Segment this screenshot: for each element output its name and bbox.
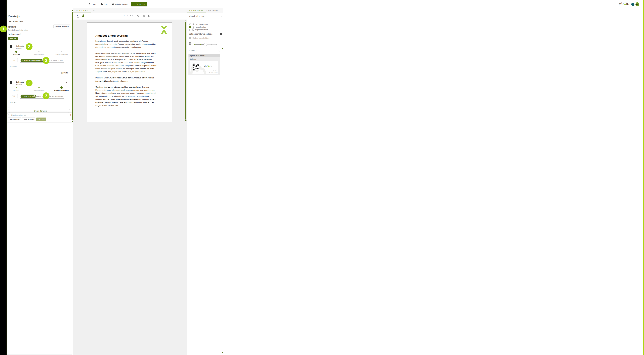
signature-placeholder-preview[interactable]: MO IS EU 2 Emil Extern (190, 61, 218, 74)
change-template-button[interactable]: Change template (54, 24, 70, 28)
to-field-label[interactable]: TO: (10, 94, 18, 98)
tab-label: ANGEBOT.PDF (76, 10, 88, 12)
drag-handle-icon[interactable] (10, 81, 12, 84)
close-icon[interactable]: ✕ (66, 82, 68, 83)
private-checkbox[interactable] (60, 72, 62, 74)
close-tab-icon[interactable]: ✕ (90, 10, 91, 12)
annotation-frame: Home Jobs Administration + Create Job po… (6, 0, 224, 123)
recipient-chip[interactable]: Emil Extern ✕ (20, 94, 36, 98)
previous-page-icon[interactable]: ‹ (122, 14, 122, 17)
embed-placeholders-label: Embed placeholders (192, 37, 210, 39)
option-no-visualization: No visualization (190, 23, 208, 26)
step-label-approval[interactable]: Approval (8, 53, 24, 55)
pan-hand-icon[interactable] (82, 14, 84, 18)
right-tabbar: PLACEHOLDERS FORM FIELDS (187, 8, 223, 13)
info-icon[interactable]: i (220, 33, 222, 35)
slider-stop[interactable] (211, 44, 212, 45)
option-signature-sheet: Signature sheet (190, 28, 208, 31)
paragraph: Lorem ipsum dolor sit amet, consectetuer… (96, 40, 157, 49)
save-template-button[interactable]: Save template (22, 118, 35, 121)
chevron-up-icon[interactable] (218, 50, 220, 52)
nav-jobs[interactable]: Jobs (101, 3, 108, 6)
no-visualization-checkbox[interactable] (190, 24, 191, 26)
grid-icon[interactable] (189, 42, 191, 45)
tab-placeholders[interactable]: PLACEHOLDERS (189, 10, 203, 12)
paragraph: Phasellus viverra nulla ut metus varius … (96, 76, 157, 82)
nav-jobs-label: Jobs (104, 3, 108, 5)
slider-stop[interactable] (194, 44, 195, 45)
svg-text:2: 2 (216, 70, 216, 71)
visualization-label: Visualization (196, 26, 206, 28)
page-dropdown-icon[interactable] (130, 15, 131, 16)
nav-administration-label: Administration (115, 3, 128, 5)
person-icon (22, 59, 23, 62)
visualization-checkbox[interactable]: ✓ (190, 26, 191, 28)
add-document-tab-button[interactable]: + (93, 9, 94, 12)
next-page-icon[interactable]: › (132, 14, 133, 17)
page-indicator[interactable]: 1 / 1 (124, 14, 128, 17)
pdf-page[interactable]: Angebot Energievertrag Lorem ipsum dolor… (87, 22, 172, 122)
signer-name-label: Emil Extern (210, 72, 218, 73)
step-dot-simple[interactable] (38, 51, 40, 52)
to-field-label[interactable]: TO: (10, 58, 18, 62)
step-dot-approval[interactable] (15, 51, 17, 53)
template-selected-value: Selected: Angebotsvorlage (8, 29, 28, 31)
pdf-scrollbar[interactable] (185, 22, 186, 120)
save-as-draft-button[interactable]: Save as draft (8, 118, 21, 121)
app-header: Home Jobs Administration + Create Job po… (7, 0, 224, 8)
tab-angebot-pdf[interactable]: ANGEBOT.PDF ✕ (76, 10, 91, 12)
nav-home-label: Home (92, 3, 97, 5)
embed-placeholders-checkbox[interactable]: ✓ (190, 37, 191, 39)
iteration-section-label: 2. iteration (189, 50, 197, 52)
scroll-up-icon[interactable] (185, 20, 186, 22)
administration-gear-icon (112, 3, 114, 6)
annotation-marker-3: 3 (43, 57, 50, 64)
add-me-button[interactable]: Add me (8, 37, 18, 40)
fullscreen-icon[interactable] (142, 14, 145, 18)
step-label-simple-signature[interactable]: Simple Signature (31, 89, 47, 91)
create-iteration-button[interactable]: + Create iteration (8, 109, 70, 113)
step-label-qualified-signature[interactable]: Qualified Signature (54, 53, 69, 55)
moxis-x-icon (208, 64, 210, 67)
nav-home[interactable]: Home (88, 3, 97, 6)
scroll-up-icon[interactable] (222, 48, 223, 49)
eu-seal: EU 2 (213, 70, 217, 72)
nav-administration[interactable]: Administration (112, 3, 128, 6)
process-subtitle: Standard process (8, 20, 23, 22)
pdf-canvas: Angebot Energievertrag Lorem ipsum dolor… (73, 20, 187, 123)
zoom-in-icon[interactable] (147, 14, 150, 18)
recipient-chip[interactable]: Armin Abteilungsleiter ✕ (20, 58, 44, 62)
remark-input[interactable] (10, 101, 68, 104)
step-label-approval[interactable]: Approval (8, 89, 24, 91)
home-icon (88, 3, 91, 6)
send-job-button[interactable]: Send job (36, 118, 46, 121)
step-dot-qualified[interactable] (60, 86, 63, 89)
signature-sheet-checkbox[interactable] (190, 29, 191, 31)
drag-handle-icon[interactable] (10, 45, 12, 48)
chevron-up-icon[interactable] (221, 16, 222, 18)
step-label-qualified-signature[interactable]: Qualified Signature (54, 89, 69, 91)
qr-code (193, 64, 199, 71)
create-job-button[interactable]: + Create Job (131, 2, 147, 6)
size-slider-handle[interactable] (204, 43, 207, 46)
page-indicator-underline (124, 18, 135, 18)
iteration-card-2: 2. Iteration External ✕ Approval Simple … (8, 79, 70, 108)
step-label-simple-signature[interactable]: Simple Signature (31, 53, 47, 55)
step-dot-qualified[interactable] (61, 51, 62, 52)
embed-placeholders-option: ✓ Embed placeholders (190, 37, 210, 39)
text-annotation-tool-icon[interactable]: A (76, 14, 79, 18)
step-dot-simple[interactable] (38, 87, 40, 88)
recipient-chip-label: Emil Extern (24, 96, 33, 97)
create-another-job-checkbox[interactable] (8, 114, 10, 116)
tab-form-fields[interactable]: FORM FIELDS (206, 10, 218, 12)
info-icon[interactable]: i (68, 114, 71, 116)
remark-input[interactable] (10, 66, 68, 69)
main-nav: Home Jobs Administration + Create Job (88, 0, 147, 8)
left-panel-scrollbar[interactable] (72, 12, 73, 120)
scroll-down-icon[interactable] (185, 120, 186, 122)
slider-stop[interactable] (216, 44, 217, 45)
zoom-out-icon[interactable] (137, 14, 140, 18)
pdf-toolbar: A ‹ 1 / 1 › (73, 13, 187, 20)
slider-stop[interactable] (200, 44, 201, 45)
step-dot-approval[interactable] (16, 87, 17, 88)
